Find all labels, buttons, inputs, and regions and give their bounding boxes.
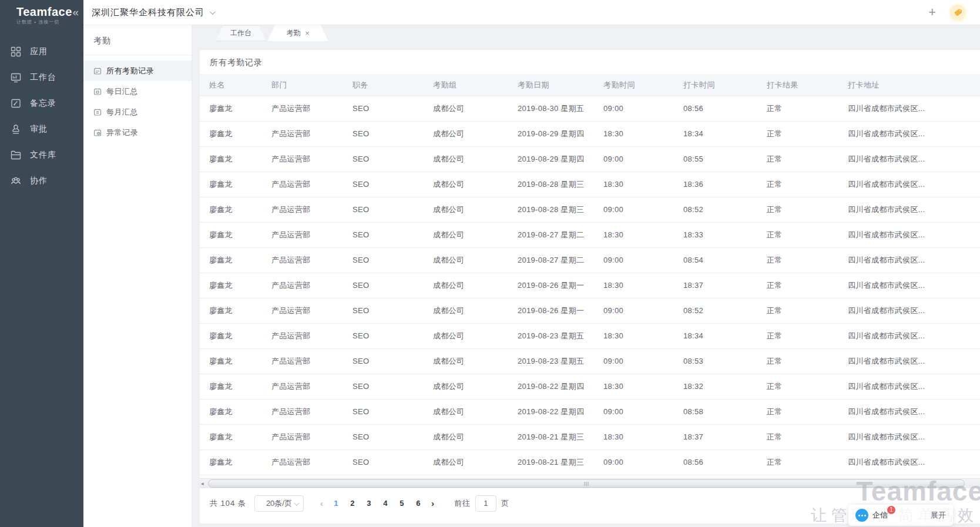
- cell-result: 正常: [757, 197, 838, 222]
- cell-name: 廖鑫龙: [200, 348, 262, 374]
- cell-schedule-time: 09:00: [594, 96, 674, 121]
- page-number-2[interactable]: 2: [344, 499, 361, 508]
- cell-group: 成都公司: [424, 247, 508, 273]
- tag-button[interactable]: [950, 5, 966, 21]
- prev-page-button[interactable]: ‹: [320, 498, 323, 508]
- collapse-sidebar-icon[interactable]: «: [72, 6, 79, 19]
- cell-date: 2019-08-23 星期五: [508, 323, 594, 348]
- cell-punch-time: 18:33: [674, 222, 757, 247]
- subsidebar-item-monthly-summary[interactable]: 每月汇总: [83, 102, 192, 122]
- cell-result: 正常: [757, 298, 838, 323]
- sidebar-item-approval[interactable]: 审批: [0, 116, 83, 142]
- tab-workbench[interactable]: 工作台: [216, 25, 266, 41]
- goto-page-input[interactable]: [475, 495, 496, 512]
- page-number-4[interactable]: 4: [377, 499, 394, 508]
- add-button[interactable]: +: [928, 6, 936, 18]
- cell-address: 四川省成都市武侯区...: [838, 399, 980, 424]
- cell-department: 产品运营部: [262, 298, 343, 323]
- cell-address: 四川省成都市武侯区...: [838, 172, 980, 197]
- cell-position: SEO: [343, 197, 424, 222]
- cell-punch-time: 18:32: [674, 374, 757, 399]
- table-row[interactable]: 廖鑫龙 产品运营部 SEO 成都公司 2019-08-27 星期二 09:00 …: [200, 247, 980, 273]
- subsidebar-item-daily-summary[interactable]: 每日汇总: [83, 81, 192, 102]
- cell-position: SEO: [343, 222, 424, 247]
- subsidebar-item-all-records[interactable]: 所有考勤记录: [83, 61, 192, 81]
- table-row[interactable]: 廖鑫龙 产品运营部 SEO 成都公司 2019-08-21 星期三 09:00 …: [200, 449, 980, 475]
- cell-department: 产品运营部: [262, 399, 343, 424]
- cell-schedule-time: 18:30: [594, 323, 674, 348]
- tag-icon: [954, 8, 962, 17]
- cell-department: 产品运营部: [262, 424, 343, 449]
- table-row[interactable]: 廖鑫龙 产品运营部 SEO 成都公司 2019-08-27 星期二 18:30 …: [200, 222, 980, 247]
- divider: [83, 55, 192, 55]
- cell-date: 2019-08-22 星期四: [508, 374, 594, 399]
- cell-address: 四川省成都市武侯区...: [838, 449, 980, 475]
- module-sidebar: 考勤 所有考勤记录 每日汇总 每月汇总: [83, 25, 192, 527]
- table-row[interactable]: 廖鑫龙 产品运营部 SEO 成都公司 2019-08-26 星期一 18:30 …: [200, 273, 980, 298]
- scrollbar-thumb[interactable]: [208, 479, 965, 488]
- page-number-3[interactable]: 3: [361, 499, 377, 508]
- cell-department: 产品运营部: [262, 96, 343, 121]
- table-header-row: 姓名部门职务考勤组考勤日期考勤时间打卡时间打卡结果打卡地址: [200, 75, 980, 96]
- table-row[interactable]: 廖鑫龙 产品运营部 SEO 成都公司 2019-08-26 星期一 09:00 …: [200, 298, 980, 323]
- cell-date: 2019-08-21 星期三: [508, 449, 594, 475]
- table-row[interactable]: 廖鑫龙 产品运营部 SEO 成都公司 2019-08-22 星期四 09:00 …: [200, 399, 980, 424]
- cell-result: 正常: [757, 121, 838, 146]
- cell-group: 成都公司: [424, 121, 508, 146]
- cell-schedule-time: 09:00: [594, 247, 674, 273]
- sidebar-item-files[interactable]: 文件库: [0, 142, 83, 168]
- page-number-1[interactable]: 1: [328, 499, 344, 508]
- cell-punch-time: 08:53: [674, 348, 757, 374]
- cell-schedule-time: 09:00: [594, 449, 674, 475]
- stamp-icon: [10, 123, 22, 135]
- column-header: 打卡地址: [838, 75, 980, 96]
- company-selector[interactable]: 深圳汇聚华企科技有限公司: [92, 7, 214, 18]
- table-row[interactable]: 廖鑫龙 产品运营部 SEO 成都公司 2019-08-28 星期三 09:00 …: [200, 197, 980, 222]
- tab-attendance[interactable]: 考勤 ×: [267, 25, 328, 41]
- horizontal-scrollbar[interactable]: ◂: [200, 478, 980, 488]
- expand-chat-button[interactable]: 展开: [931, 510, 946, 521]
- sidebar-item-workbench[interactable]: 工作台: [0, 65, 83, 90]
- app-slogan: 让数据 • 连接一切: [16, 19, 83, 25]
- cell-date: 2019-08-29 星期四: [508, 146, 594, 172]
- cell-result: 正常: [757, 323, 838, 348]
- cell-name: 廖鑫龙: [200, 121, 262, 146]
- cell-punch-time: 18:36: [674, 172, 757, 197]
- memo-icon: [10, 98, 22, 109]
- sidebar-item-collaboration[interactable]: 协作: [0, 168, 83, 194]
- cell-result: 正常: [757, 247, 838, 273]
- cell-position: SEO: [343, 96, 424, 121]
- table-row[interactable]: 廖鑫龙 产品运营部 SEO 成都公司 2019-08-30 星期五 09:00 …: [200, 96, 980, 121]
- table-row[interactable]: 廖鑫龙 产品运营部 SEO 成都公司 2019-08-29 星期四 18:30 …: [200, 121, 980, 146]
- cell-group: 成都公司: [424, 449, 508, 475]
- page-size-select[interactable]: 20条/页: [254, 495, 304, 512]
- table-row[interactable]: 廖鑫龙 产品运营部 SEO 成都公司 2019-08-29 星期四 09:00 …: [200, 146, 980, 172]
- close-tab-icon[interactable]: ×: [305, 30, 310, 37]
- next-page-button[interactable]: ›: [431, 498, 434, 508]
- sidebar-item-label: 协作: [30, 176, 48, 186]
- cell-punch-time: 18:34: [674, 121, 757, 146]
- chat-widget[interactable]: 企信 1 展开: [848, 505, 953, 526]
- page-size-value: 20条/页: [266, 498, 292, 509]
- page-number-5[interactable]: 5: [394, 499, 410, 508]
- table-row[interactable]: 廖鑫龙 产品运营部 SEO 成都公司 2019-08-21 星期三 18:30 …: [200, 424, 980, 449]
- chevron-down-icon: [210, 9, 216, 15]
- sidebar-item-apps[interactable]: 应用: [0, 39, 83, 65]
- monitor-icon: [10, 72, 22, 83]
- page-number-6[interactable]: 6: [410, 499, 427, 508]
- cell-address: 四川省成都市武侯区...: [838, 222, 980, 247]
- sidebar-item-label: 应用: [30, 46, 48, 57]
- scrollbar-left-arrow-icon[interactable]: ◂: [201, 481, 204, 486]
- table-row[interactable]: 廖鑫龙 产品运营部 SEO 成都公司 2019-08-23 星期五 18:30 …: [200, 323, 980, 348]
- cell-date: 2019-08-29 星期四: [508, 121, 594, 146]
- subsidebar-item-abnormal-records[interactable]: 异常记录: [83, 122, 192, 143]
- grid-icon: [10, 46, 22, 58]
- cell-date: 2019-08-28 星期三: [508, 197, 594, 222]
- table-row[interactable]: 廖鑫龙 产品运营部 SEO 成都公司 2019-08-22 星期四 18:30 …: [200, 374, 980, 399]
- chevron-down-icon: [294, 500, 300, 506]
- cell-punch-time: 08:56: [674, 449, 757, 475]
- table-row[interactable]: 廖鑫龙 产品运营部 SEO 成都公司 2019-08-23 星期五 09:00 …: [200, 348, 980, 374]
- cell-address: 四川省成都市武侯区...: [838, 146, 980, 172]
- sidebar-item-memo[interactable]: 备忘录: [0, 90, 83, 116]
- table-row[interactable]: 廖鑫龙 产品运营部 SEO 成都公司 2019-08-28 星期三 18:30 …: [200, 172, 980, 197]
